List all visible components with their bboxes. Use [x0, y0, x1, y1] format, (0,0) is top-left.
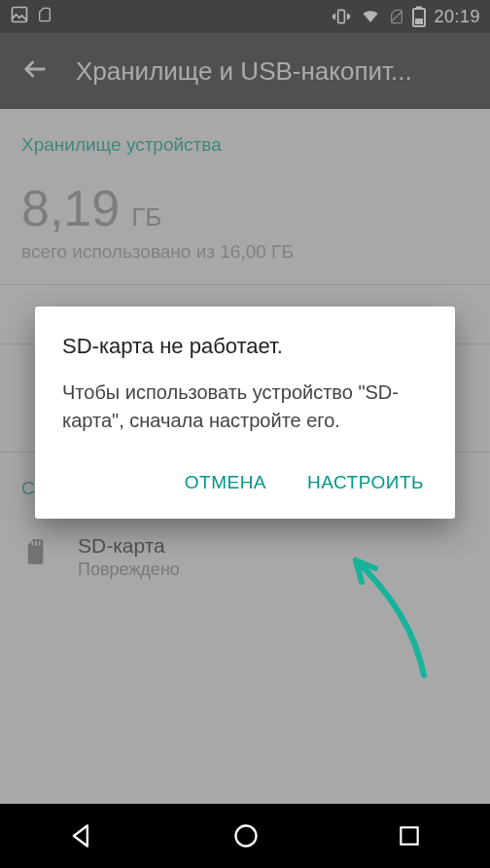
svg-rect-10: [401, 827, 417, 844]
nav-back-icon[interactable]: [68, 822, 95, 850]
nav-home-icon[interactable]: [232, 822, 260, 850]
configure-button[interactable]: НАСТРОИТЬ: [303, 462, 428, 503]
phone-frame: 20:19 Хранилище и USB-накопит... Хранили…: [0, 0, 490, 868]
nav-recent-icon[interactable]: [397, 823, 422, 849]
svg-point-9: [235, 826, 256, 847]
sd-error-dialog: SD-карта не работает. Чтобы использовать…: [35, 307, 455, 519]
dialog-actions: ОТМЕНА НАСТРОИТЬ: [62, 462, 428, 503]
cancel-button[interactable]: ОТМЕНА: [181, 462, 270, 503]
dialog-title: SD-карта не работает.: [62, 334, 428, 359]
dialog-message: Чтобы использовать устройство "SD-карта"…: [62, 379, 428, 435]
navigation-bar: [0, 804, 490, 868]
